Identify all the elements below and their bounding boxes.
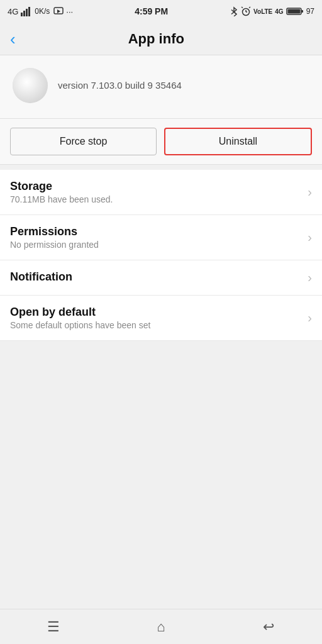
signal-text: 4G (8, 7, 18, 16)
settings-item-open-by-default[interactable]: Open by defaultSome default options have… (0, 296, 322, 341)
settings-item-content-0: Storage70.11MB have been used. (10, 180, 303, 204)
settings-item-content-2: Notification (10, 270, 303, 285)
bluetooth-icon (230, 6, 238, 16)
back-nav-icon: ↩ (263, 619, 274, 635)
svg-rect-3 (28, 7, 30, 16)
app-info-section: version 7.103.0 build 9 35464 (0, 55, 322, 119)
menu-icon: ☰ (47, 619, 60, 635)
chevron-icon-0: › (308, 185, 312, 199)
svg-rect-2 (26, 9, 28, 16)
signal-icon (21, 6, 32, 16)
settings-item-storage[interactable]: Storage70.11MB have been used.› (0, 170, 322, 215)
svg-rect-14 (301, 10, 303, 13)
app-icon-circle (13, 68, 48, 103)
data-speed: 0K/s (35, 7, 50, 16)
home-nav-button[interactable]: ⌂ (142, 614, 180, 640)
settings-item-title-1: Permissions (10, 225, 303, 238)
action-buttons-section: Force stop Uninstall (0, 119, 322, 165)
settings-item-subtitle-1: No permission granted (10, 240, 303, 250)
status-bar: 4G 0K/s ··· 4:59 PM VoLTE 4G (0, 0, 322, 23)
menu-nav-button[interactable]: ☰ (35, 614, 72, 640)
force-stop-button[interactable]: Force stop (10, 128, 157, 155)
settings-item-permissions[interactable]: PermissionsNo permission granted› (0, 215, 322, 260)
volte-badge: VoLTE (253, 8, 272, 15)
uninstall-button[interactable]: Uninstall (164, 128, 312, 155)
settings-item-content-3: Open by defaultSome default options have… (10, 306, 303, 330)
svg-marker-5 (57, 9, 60, 13)
top-bar: ‹ App info (0, 23, 322, 55)
settings-item-subtitle-0: 70.11MB have been used. (10, 194, 303, 204)
status-left: 4G 0K/s ··· (8, 6, 73, 16)
bottom-nav: ☰ ⌂ ↩ (0, 609, 322, 644)
dots-icon: ··· (66, 7, 73, 16)
svg-line-7 (231, 12, 234, 14)
chevron-icon-3: › (308, 311, 312, 325)
chevron-icon-2: › (308, 270, 312, 285)
screen-record-icon (53, 6, 64, 16)
chevron-icon-1: › (308, 230, 312, 245)
app-version: version 7.103.0 build 9 35464 (55, 80, 182, 91)
home-icon: ⌂ (157, 619, 165, 635)
settings-item-title-2: Notification (10, 270, 303, 284)
lte-badge: 4G (275, 8, 283, 15)
alarm-icon (241, 6, 251, 16)
status-right: VoLTE 4G 97 (230, 6, 314, 16)
svg-line-12 (249, 7, 250, 8)
settings-item-title-3: Open by default (10, 306, 303, 319)
settings-list: Storage70.11MB have been used.›Permissio… (0, 170, 322, 341)
status-time: 4:59 PM (135, 6, 168, 16)
svg-rect-1 (23, 11, 25, 16)
battery-percent: 97 (306, 7, 314, 16)
settings-item-subtitle-3: Some default options have been set (10, 320, 303, 330)
app-icon-row: version 7.103.0 build 9 35464 (13, 68, 182, 103)
app-icon (13, 68, 48, 103)
svg-line-11 (242, 7, 243, 8)
svg-rect-0 (21, 13, 23, 16)
svg-rect-15 (287, 9, 300, 14)
back-button[interactable]: ‹ (10, 31, 16, 47)
settings-item-notification[interactable]: Notification› (0, 260, 322, 296)
page-title: App info (26, 31, 312, 47)
settings-item-title-0: Storage (10, 180, 303, 193)
settings-item-content-1: PermissionsNo permission granted (10, 225, 303, 250)
back-nav-button[interactable]: ↩ (250, 614, 287, 640)
battery-icon (286, 6, 304, 16)
